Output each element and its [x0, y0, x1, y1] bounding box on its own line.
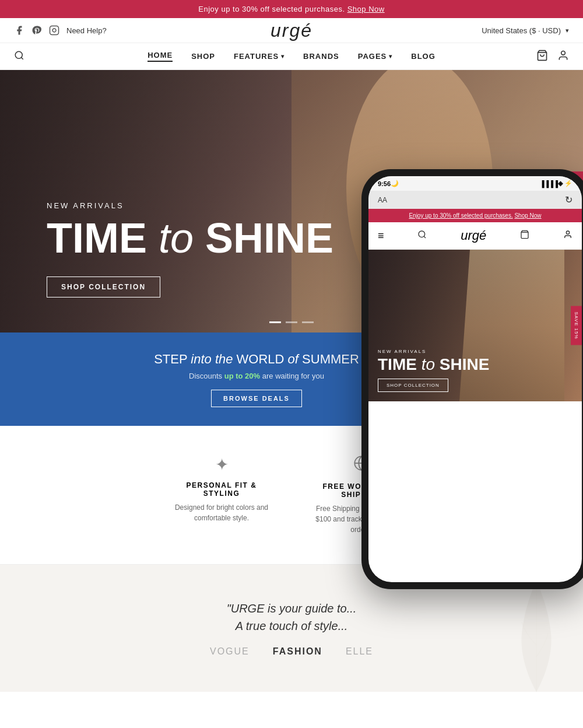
hero-cta-button[interactable]: SHOP COLLECTION: [47, 276, 160, 298]
site-logo[interactable]: urgé: [271, 20, 312, 41]
main-nav: HOME SHOP FEATURES ▾ BRANDS PAGES ▾ BLOG: [0, 43, 583, 70]
phone-account-icon[interactable]: [563, 230, 573, 242]
hero-title-italic: to: [159, 215, 194, 261]
promo-world: WORLD: [237, 352, 288, 366]
dot-3[interactable]: [302, 321, 314, 323]
phone-banner: Enjoy up to 30% off selected purchases. …: [368, 209, 582, 222]
quote-line1: "URGE is your guide to...: [227, 602, 357, 615]
dot-1[interactable]: [269, 321, 281, 323]
shop-category-section: SHOP by Ca: [0, 692, 583, 728]
phone-title-p1: TIME: [378, 355, 422, 373]
fit-styling-icon: ✦: [215, 455, 229, 474]
hero-content: NEW ARRIVALS TIME to SHINE SHOP COLLECTI…: [0, 201, 333, 332]
brand-fashion: FASHION: [273, 646, 322, 657]
pages-chevron: ▾: [389, 53, 392, 60]
phone-signal: ▐▐▐▐: [540, 180, 558, 187]
phone-time-moon: 🌙: [391, 180, 399, 187]
feature-item-1: ✦ PERSONAL FIT & STYLING Designed for br…: [169, 455, 274, 535]
svg-rect-0: [50, 26, 59, 35]
phone-reload-icon[interactable]: ↻: [565, 194, 573, 205]
nav-blog[interactable]: BLOG: [411, 52, 436, 61]
features-chevron: ▾: [281, 53, 285, 60]
phone-shop-now-label[interactable]: Shop Now: [514, 212, 541, 219]
pinterest-icon[interactable]: [31, 25, 42, 36]
phone-title-italic: to: [422, 355, 435, 373]
search-icon[interactable]: [14, 50, 24, 63]
svg-point-4: [561, 51, 566, 55]
phone-address-bar: AA ↻: [368, 191, 582, 209]
quote-text: "URGE is your guide to... A true touch o…: [117, 600, 466, 635]
promo-subtext: Discounts up to 20% are waiting for you: [189, 372, 324, 380]
brand-vogue: VOGUE: [210, 646, 250, 657]
leaf-decoration: [513, 575, 560, 692]
promo-step: STEP: [154, 352, 191, 366]
nav-shop[interactable]: SHOP: [191, 52, 215, 61]
nav-brands[interactable]: BRANDS: [303, 52, 339, 61]
banner-link[interactable]: Shop Now: [347, 5, 385, 13]
nav-top: Need Help? urgé United States ($ · USD) …: [0, 18, 583, 43]
facebook-icon[interactable]: [14, 25, 24, 36]
hero-subtitle: NEW ARRIVALS: [47, 201, 333, 210]
hero-dots: [269, 321, 314, 323]
region-arrow[interactable]: ▾: [566, 27, 569, 34]
phone-menu-icon[interactable]: ≡: [378, 230, 384, 242]
svg-point-2: [15, 51, 22, 58]
phone-status-bar: 9:56 🌙 ▐▐▐▐ ◈ ⚡: [368, 176, 582, 191]
phone-hero-title: TIME to SHINE: [378, 356, 489, 373]
dot-2[interactable]: [286, 321, 297, 323]
feature-desc-1: Designed for bright colors and comfortab…: [169, 502, 274, 523]
phone-mockup: 9:56 🌙 ▐▐▐▐ ◈ ⚡ AA ↻ Enjoy up to 30% off…: [361, 169, 583, 589]
banner-text: Enjoy up to 30% off selected purchases.: [198, 5, 345, 13]
phone-banner-text: Enjoy up to 30% off selected purchases.: [409, 212, 512, 219]
brand-logos: VOGUE FASHION ELLE: [23, 646, 560, 657]
phone-nav: ≡ urgé: [368, 222, 582, 250]
promo-heading: STEP into the WORLD of SUMMER: [154, 352, 359, 367]
phone-aa: AA: [378, 196, 387, 204]
feature-title-1: PERSONAL FIT & STYLING: [169, 481, 274, 498]
nav-features[interactable]: FEATURES ▾: [234, 52, 285, 61]
promo-summer: SUMMER: [302, 352, 359, 366]
nav-links: HOME SHOP FEATURES ▾ BRANDS PAGES ▾ BLOG: [147, 51, 436, 62]
nav-right-icons: [536, 50, 569, 64]
nav-home[interactable]: HOME: [147, 51, 173, 62]
region-selector[interactable]: United States ($ · USD): [482, 26, 561, 35]
promo-percent: up to 20%: [224, 372, 260, 380]
phone-screen: 9:56 🌙 ▐▐▐▐ ◈ ⚡ AA ↻ Enjoy up to 30% off…: [368, 176, 582, 582]
browse-deals-button[interactable]: BROWSE DEALS: [211, 390, 302, 407]
phone-logo[interactable]: urgé: [461, 228, 486, 243]
promo-phone-wrapper: STEP into the WORLD of SUMMER Discounts …: [0, 332, 583, 426]
nav-pages[interactable]: PAGES ▾: [358, 52, 393, 61]
phone-cart-icon[interactable]: [520, 230, 529, 242]
svg-point-5: [419, 231, 425, 237]
phone-save-badge: SAVE 15%: [571, 306, 582, 345]
promo-italic1: into the: [191, 352, 233, 366]
hero-title-part2: SHINE: [194, 215, 333, 261]
promo-discounts: Discounts: [189, 372, 224, 380]
phone-hero-subtitle: NEW ARRIVALS: [378, 349, 489, 354]
brand-elle: ELLE: [346, 646, 373, 657]
quote-line2: A true touch of style...: [236, 620, 348, 632]
instagram-icon[interactable]: [49, 25, 59, 36]
need-help-link[interactable]: Need Help?: [66, 26, 107, 35]
nav-top-left: Need Help?: [14, 25, 107, 36]
hero-title-part1: TIME: [47, 215, 159, 261]
cart-icon[interactable]: [536, 50, 548, 64]
phone-search-icon[interactable]: [417, 230, 427, 242]
phone-time: 9:56: [378, 180, 391, 187]
phone-hero-content: NEW ARRIVALS TIME to SHINE SHOP COLLECTI…: [368, 349, 489, 401]
phone-hero: NEW ARRIVALS TIME to SHINE SHOP COLLECTI…: [368, 250, 582, 401]
promo-waiting: are waiting for you: [262, 372, 324, 380]
account-icon[interactable]: [557, 50, 569, 64]
phone-wifi: ◈ ⚡: [558, 180, 573, 187]
hero-title: TIME to SHINE: [47, 217, 333, 259]
phone-title-p2: SHINE: [435, 355, 489, 373]
nav-top-right: United States ($ · USD) ▾: [482, 26, 569, 35]
svg-point-7: [566, 231, 569, 234]
promo-italic2: of: [288, 352, 298, 366]
top-banner: Enjoy up to 30% off selected purchases. …: [0, 0, 583, 18]
phone-hero-cta[interactable]: SHOP COLLECTION: [378, 379, 448, 392]
